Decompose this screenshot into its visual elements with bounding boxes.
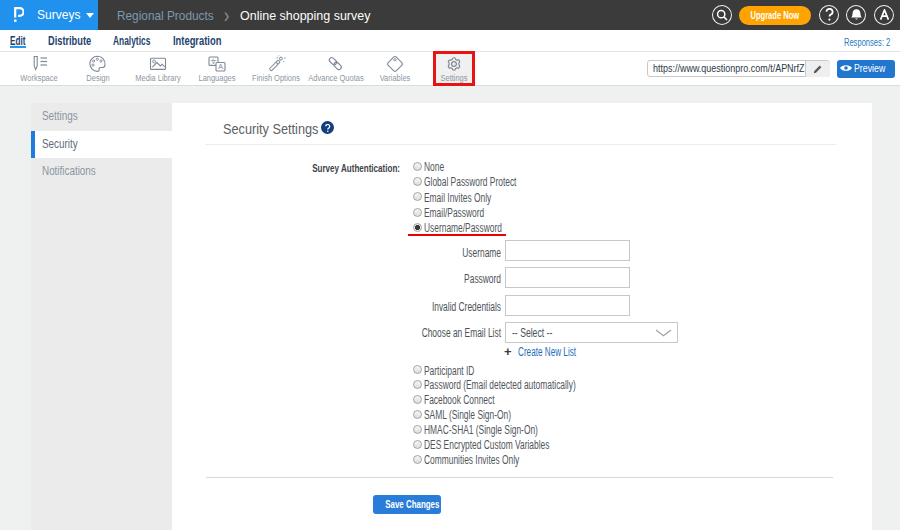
svg-text:A: A	[218, 63, 223, 70]
